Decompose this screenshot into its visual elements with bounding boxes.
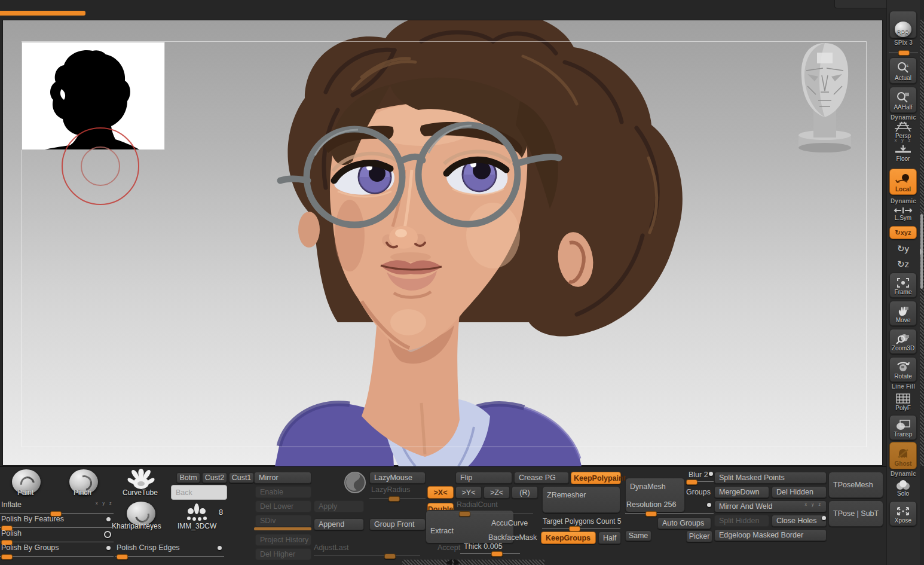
local-button[interactable]: Local (889, 169, 917, 195)
resolution-modifier[interactable] (707, 503, 711, 507)
split-masked-points-button[interactable]: Split Masked Points (714, 472, 827, 484)
aahalf-button[interactable]: AAHalf (889, 87, 917, 113)
crease-pg-button[interactable]: Crease PG (514, 472, 569, 484)
merge-down-button[interactable]: MergeDown (714, 486, 769, 498)
enable-button[interactable]: Enable (255, 486, 311, 498)
lsym-button[interactable]: L.Sym (889, 205, 917, 223)
xpose-button[interactable]: Xpose (889, 501, 917, 526)
top-right-button[interactable] (834, 0, 889, 8)
local-symmetry-icon (894, 206, 913, 215)
polyf-button[interactable]: PolyF (889, 390, 917, 413)
zoom3d-button[interactable]: Zoom3D (889, 329, 917, 354)
svg-text:x1: x1 (905, 64, 909, 68)
tray-resize-handle[interactable] (402, 560, 544, 565)
floor-button[interactable]: Floor (889, 143, 917, 164)
thick-track[interactable] (460, 553, 520, 554)
frame-icon (896, 277, 910, 289)
resolution-knob[interactable] (645, 511, 657, 517)
sdiv-slider-bar[interactable] (254, 527, 311, 530)
polish-crisp-edges-knob[interactable] (117, 554, 128, 560)
mirror-z-button[interactable]: >Z< (484, 486, 510, 499)
project-history-button[interactable]: Project History (255, 534, 311, 546)
close-holes-button[interactable]: Close Holes (772, 515, 827, 527)
panel-expand-arrow[interactable] (919, 248, 923, 255)
accept-button[interactable]: Accept (437, 543, 460, 552)
lazyradius-knob[interactable] (388, 496, 400, 502)
transp-button[interactable]: Transp (889, 415, 917, 440)
blur-slider-label: Blur 2 (689, 471, 708, 479)
tab-cust2[interactable]: Cust2 (202, 472, 227, 483)
tab-cust1[interactable]: Cust1 (229, 472, 254, 483)
polish-modifier[interactable] (104, 531, 111, 538)
rotate-button[interactable]: Rotate (889, 357, 917, 382)
keep-polypaint-button[interactable]: KeepPolypaint (571, 472, 621, 484)
group-front-button[interactable]: Group Front (369, 518, 426, 530)
move-button[interactable]: Move (889, 301, 917, 326)
mirror-x-button[interactable]: >X< (427, 486, 454, 499)
polish-by-groups-knob[interactable] (1, 554, 13, 560)
target-polygons-track[interactable] (542, 528, 620, 529)
blur-modifier[interactable] (709, 472, 713, 476)
imm-3dcw-brush-icon[interactable] (180, 503, 213, 522)
rotate-xyz-button[interactable]: ↻xyz (889, 226, 917, 239)
half-button[interactable]: Half (598, 532, 621, 544)
rotate-z-button[interactable]: ↻z (889, 257, 917, 271)
keep-groups-button[interactable]: KeepGroups (541, 532, 596, 544)
mirror-y-button[interactable]: >Y< (455, 486, 482, 499)
blur-knob[interactable] (686, 480, 697, 485)
accucurve-button[interactable]: AccuCurve (487, 517, 541, 529)
mirror-button[interactable]: Mirror (254, 472, 311, 484)
sculpt-canvas[interactable] (2, 20, 883, 466)
spix-slider[interactable] (889, 50, 918, 55)
inflate-slider-label: Inflate (1, 500, 22, 509)
apply-button[interactable]: Apply (314, 500, 364, 512)
del-higher-button[interactable]: Del Higher (255, 548, 311, 560)
del-lower-button[interactable]: Del Lower (255, 500, 311, 512)
groups-button[interactable]: Groups (686, 486, 714, 498)
back-field[interactable]: Back (171, 485, 227, 500)
tab-botm[interactable]: Botm (176, 472, 200, 483)
curvetube-brush-icon[interactable] (124, 468, 158, 491)
polish-by-groups-modifier[interactable] (106, 546, 111, 550)
polish-crisp-edges-modifier[interactable] (218, 546, 222, 550)
tpose-subt-button[interactable]: TPose | SubT (828, 500, 883, 527)
polish-by-features-track[interactable] (0, 527, 114, 528)
lazymouse-button[interactable]: LazyMouse (369, 472, 426, 484)
radialcount-knob[interactable] (459, 511, 470, 517)
frame-button[interactable]: Frame (889, 273, 917, 298)
polish-by-features-modifier[interactable] (106, 517, 111, 521)
thick-knob[interactable] (491, 551, 503, 557)
del-hidden-button[interactable]: Del Hidden (772, 486, 827, 498)
split-hidden-button[interactable]: Split Hidden (714, 515, 769, 527)
actual-button[interactable]: x1 Actual (889, 57, 917, 84)
polish-crisp-edges-track[interactable] (115, 556, 224, 557)
backfacemask-button[interactable]: BackfaceMask (484, 532, 541, 543)
ghost-button[interactable]: Ghost (889, 442, 917, 469)
mirror-r-button[interactable]: (R) (512, 486, 538, 499)
append-button[interactable]: Append (314, 518, 364, 530)
auto-groups-button[interactable]: Auto Groups (657, 517, 711, 529)
collapse-left-arrow[interactable] (446, 559, 452, 565)
bpr-button[interactable]: BPR (889, 11, 917, 38)
target-polygons-knob[interactable] (569, 526, 580, 532)
polish-track[interactable] (0, 542, 114, 542)
close-holes-modifier[interactable] (822, 516, 826, 520)
resolution-track[interactable] (625, 513, 714, 514)
adjustlast-track[interactable] (314, 555, 420, 556)
polish-by-groups-track[interactable] (0, 556, 114, 557)
picker-button[interactable]: Picker (686, 530, 712, 542)
rotate-y-button[interactable]: ↻y (889, 242, 917, 256)
same-button[interactable]: Same (625, 530, 651, 541)
flip-button[interactable]: Flip (455, 472, 512, 484)
mirror-and-weld-button[interactable]: Mirror And Weld x y z (714, 500, 827, 512)
solo-button[interactable]: Solo (889, 477, 917, 499)
lazymouse-icon (343, 471, 367, 494)
edgeloop-masked-border-button[interactable]: Edgeloop Masked Border (714, 529, 827, 541)
polyframe-grid-icon (895, 393, 911, 405)
zremesher-button[interactable]: ZRemesher (542, 486, 620, 513)
tposemesh-button[interactable]: TPoseMesh (828, 472, 883, 498)
sdiv-slider[interactable]: SDiv (255, 515, 311, 527)
collapse-right-arrow[interactable] (454, 559, 460, 565)
rotate-y-icon: ↻y (897, 244, 909, 254)
adjustlast-knob[interactable] (384, 554, 396, 559)
